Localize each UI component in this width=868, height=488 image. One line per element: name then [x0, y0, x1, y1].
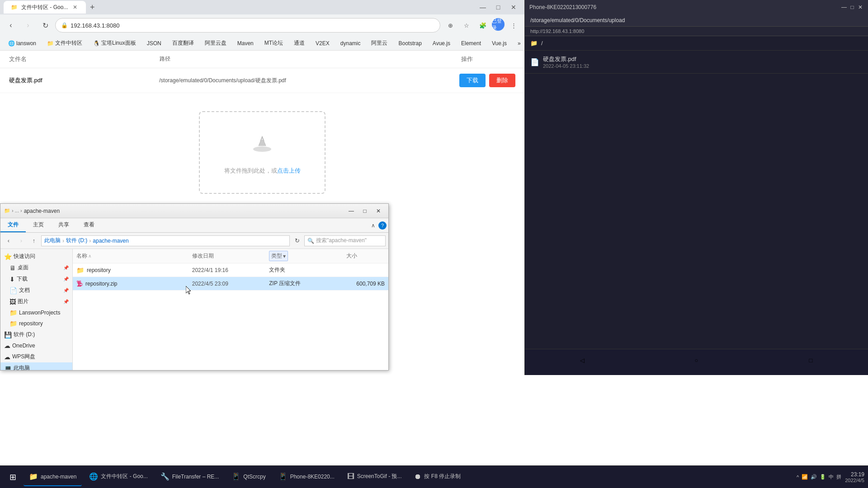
- active-tab[interactable]: 📁 文件中转区 - Goo... ✕: [4, 1, 86, 14]
- taskbar-item-chrome[interactable]: 🌐 文件中转区 - Goo...: [84, 468, 153, 486]
- bookmark-maven[interactable]: Maven: [235, 39, 256, 47]
- taskbar-rec-label: 按 F8 停止录制: [424, 473, 461, 480]
- tray-expand[interactable]: ^: [797, 474, 799, 480]
- address-path[interactable]: 此电脑 › 软件 (D:) › apache-maven: [41, 235, 290, 246]
- explorer-maximize-btn[interactable]: □: [359, 206, 371, 216]
- sidebar-onedrive[interactable]: ☁ OneDrive: [0, 340, 72, 351]
- taskbar-item-qtscrcpy[interactable]: 📱 QtScrcpy: [226, 468, 271, 486]
- bookmark-lanswon[interactable]: 🌐 lanswon: [5, 39, 39, 47]
- breadcrumb-folder[interactable]: apache-maven: [93, 238, 128, 244]
- phone-maximize-btn[interactable]: □: [849, 4, 855, 10]
- bookmark-filetransfer[interactable]: 📁 文件中转区: [44, 38, 85, 48]
- bookmark-bootstrap[interactable]: Bootstrap: [396, 39, 424, 47]
- phone-file-item[interactable]: 📄 硬盘发票.pdf 2022-04-05 23:11:32: [525, 51, 868, 74]
- phone-home-btn[interactable]: ○: [688, 352, 706, 370]
- tray-network[interactable]: 📶: [802, 474, 808, 480]
- browser-close-btn[interactable]: ✕: [506, 0, 521, 14]
- tray-input-mode[interactable]: 拼: [836, 474, 841, 480]
- ribbon-help-btn[interactable]: ?: [378, 221, 387, 230]
- explorer-search[interactable]: 🔍 搜索"apache-maven": [304, 235, 386, 246]
- tray-volume[interactable]: 🔊: [811, 474, 817, 480]
- sidebar-quick-access[interactable]: ⭐ 快速访问: [0, 251, 72, 262]
- bookmark-mt[interactable]: MT论坛: [262, 38, 286, 48]
- tray-battery[interactable]: 🔋: [820, 474, 826, 480]
- col-date-header[interactable]: 修改日期: [192, 251, 269, 261]
- bookmark-v2ex[interactable]: V2EX: [313, 39, 332, 47]
- browser-minimize-btn[interactable]: —: [476, 0, 490, 14]
- drive-d-icon: 💾: [4, 331, 12, 338]
- bookmark-avue[interactable]: Avue.js: [430, 39, 453, 47]
- sidebar-pictures[interactable]: 🖼 图片 📌: [0, 296, 72, 307]
- breadcrumb-pc[interactable]: 此电脑: [44, 237, 61, 244]
- profile-icon[interactable]: 已登录: [492, 18, 505, 31]
- address-bar[interactable]: 🔒 192.168.43.1:8080: [55, 18, 440, 33]
- phone-recents-btn[interactable]: □: [802, 352, 820, 370]
- sidebar-drive-d[interactable]: 💾 软件 (D:): [0, 329, 72, 340]
- filename-cell: 硬盘发票.pdf: [9, 76, 159, 84]
- taskbar-item-recording[interactable]: ⏺ 按 F8 停止录制: [409, 468, 466, 486]
- start-button[interactable]: ⊞: [4, 468, 22, 486]
- phone-close-btn[interactable]: ✕: [857, 4, 863, 10]
- explorer-back-btn[interactable]: ‹: [3, 235, 14, 246]
- back-btn[interactable]: ‹: [4, 18, 18, 33]
- ribbon-collapse-btn[interactable]: ∧: [369, 222, 377, 229]
- type-dropdown[interactable]: 类型 ▾: [269, 251, 288, 261]
- download-btn[interactable]: 下载: [459, 74, 486, 87]
- tray-input-lang[interactable]: 中: [829, 474, 834, 480]
- taskbar-item-screentogif[interactable]: 🎞 ScreenToGif - 预...: [342, 468, 407, 486]
- sidebar-downloads[interactable]: ⬇ 下载 📌: [0, 273, 72, 285]
- file-row-repository-zip[interactable]: 🗜 repository.zip 2022/4/5 23:09 ZIP 压缩文件…: [73, 277, 388, 291]
- explorer-forward-btn[interactable]: ›: [16, 235, 27, 246]
- menu-icon[interactable]: ⋮: [506, 18, 521, 33]
- sidebar-wps[interactable]: ☁ WPS网盘: [0, 351, 72, 362]
- bookmark-icon[interactable]: ☆: [459, 18, 474, 33]
- taskbar-item-explorer[interactable]: 📁 apache-maven: [24, 468, 82, 486]
- upload-link[interactable]: 点击上传: [277, 167, 301, 174]
- bookmark-vue[interactable]: Vue.js: [489, 39, 509, 47]
- col-type-header[interactable]: 类型 ▾: [269, 251, 346, 261]
- ribbon-tab-view[interactable]: 查看: [76, 218, 102, 232]
- ribbon-tab-file[interactable]: 文件: [0, 218, 26, 232]
- bookmark-icon: 🌐: [8, 40, 15, 47]
- phone-back-btn[interactable]: ◁: [573, 352, 591, 370]
- col-size-header[interactable]: 大小: [346, 251, 385, 261]
- delete-btn[interactable]: 删除: [489, 74, 515, 87]
- tab-close-btn[interactable]: ✕: [71, 4, 79, 11]
- ribbon-tab-home[interactable]: 主页: [26, 218, 51, 232]
- upload-dropzone[interactable]: 将文件拖到此处，或点击上传: [199, 111, 326, 194]
- bookmark-json[interactable]: JSON: [144, 39, 164, 47]
- sidebar-this-pc[interactable]: 💻 此电脑: [0, 362, 72, 370]
- cast-icon[interactable]: ⊕: [443, 18, 458, 33]
- bookmark-aliyun[interactable]: 阿里云: [368, 38, 390, 48]
- new-tab-btn[interactable]: +: [86, 1, 99, 14]
- bookmark-channel[interactable]: 通道: [291, 38, 307, 48]
- taskbar-item-phone[interactable]: 📱 Phone-8KE0220...: [273, 468, 340, 486]
- sidebar-lanswon-projects[interactable]: 📁 LanswonProjects: [0, 307, 72, 318]
- bookmark-element[interactable]: Element: [458, 39, 484, 47]
- col-name-header[interactable]: 名称 ∧: [76, 251, 192, 261]
- sidebar-documents-label: 文档: [19, 286, 30, 294]
- sidebar-repository[interactable]: 📁 repository: [0, 318, 72, 329]
- extension-icon[interactable]: 🧩: [476, 18, 490, 33]
- bookmark-more[interactable]: »: [515, 39, 524, 47]
- forward-btn[interactable]: ›: [21, 18, 35, 33]
- bookmark-aliyun-pan[interactable]: 阿里云盘: [202, 38, 229, 48]
- clock[interactable]: 23:19 2022/4/5: [845, 471, 864, 483]
- explorer-up-btn[interactable]: ↑: [28, 235, 39, 246]
- phone-nav-root[interactable]: 📁 /: [525, 36, 868, 51]
- bookmark-baidu[interactable]: 百度翻译: [170, 38, 197, 48]
- reload-btn[interactable]: ↻: [38, 18, 52, 33]
- explorer-refresh-btn[interactable]: ↻: [292, 235, 302, 246]
- phone-minimize-btn[interactable]: —: [841, 4, 847, 10]
- ribbon-tab-share[interactable]: 共享: [51, 218, 76, 232]
- explorer-close-btn[interactable]: ✕: [372, 206, 385, 216]
- breadcrumb-drive[interactable]: 软件 (D:): [66, 237, 87, 244]
- sidebar-desktop[interactable]: 🖥 桌面 📌: [0, 262, 72, 273]
- file-row-repository[interactable]: 📁 repository 2022/4/1 19:16 文件夹: [73, 263, 388, 277]
- bookmark-dynamic[interactable]: dynamic: [338, 39, 363, 47]
- explorer-minimize-btn[interactable]: —: [345, 206, 358, 216]
- taskbar-item-filetransfer[interactable]: 🔧 FileTransfer – RE...: [155, 468, 225, 486]
- sidebar-documents[interactable]: 📄 文档 📌: [0, 285, 72, 296]
- browser-maximize-btn[interactable]: □: [491, 0, 505, 14]
- bookmark-baota[interactable]: 🐧 宝塔Linux面板: [90, 38, 139, 48]
